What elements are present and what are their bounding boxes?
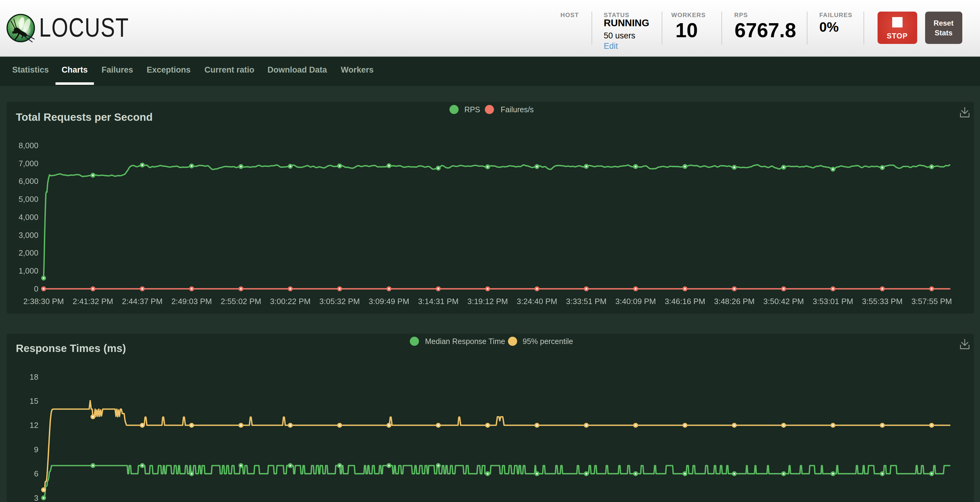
svg-text:2:49:03 PM: 2:49:03 PM — [171, 297, 212, 306]
svg-text:3:46:16 PM: 3:46:16 PM — [664, 297, 705, 306]
svg-text:12: 12 — [29, 421, 38, 430]
svg-text:9: 9 — [34, 445, 38, 454]
svg-text:3:55:33 PM: 3:55:33 PM — [862, 297, 902, 306]
svg-text:1,000: 1,000 — [18, 266, 38, 276]
svg-text:3:14:31 PM: 3:14:31 PM — [418, 297, 458, 306]
svg-text:3:40:09 PM: 3:40:09 PM — [615, 297, 655, 306]
svg-text:5,000: 5,000 — [18, 194, 38, 204]
svg-text:2:38:30 PM: 2:38:30 PM — [23, 297, 64, 306]
svg-text:0: 0 — [34, 284, 38, 293]
svg-text:3:57:55 PM: 3:57:55 PM — [911, 297, 951, 306]
svg-text:3:09:49 PM: 3:09:49 PM — [368, 297, 409, 306]
svg-text:3:19:12 PM: 3:19:12 PM — [467, 297, 508, 306]
svg-text:3:05:32 PM: 3:05:32 PM — [319, 297, 360, 306]
svg-text:2:41:32 PM: 2:41:32 PM — [72, 297, 113, 306]
svg-text:15: 15 — [29, 397, 38, 406]
svg-text:3:24:40 PM: 3:24:40 PM — [517, 297, 557, 306]
svg-text:8,000: 8,000 — [18, 141, 38, 150]
svg-text:3:48:26 PM: 3:48:26 PM — [714, 297, 754, 306]
svg-text:18: 18 — [29, 372, 38, 381]
svg-text:3,000: 3,000 — [18, 231, 38, 240]
svg-text:7,000: 7,000 — [18, 159, 38, 168]
svg-text:3:50:42 PM: 3:50:42 PM — [763, 297, 804, 306]
svg-text:3:00:22 PM: 3:00:22 PM — [270, 297, 310, 306]
svg-text:6,000: 6,000 — [18, 177, 38, 186]
svg-text:3:33:51 PM: 3:33:51 PM — [566, 297, 606, 306]
svg-text:2:44:37 PM: 2:44:37 PM — [122, 297, 162, 306]
svg-text:3: 3 — [34, 494, 38, 502]
svg-text:2:55:02 PM: 2:55:02 PM — [220, 297, 261, 306]
svg-text:3:53:01 PM: 3:53:01 PM — [812, 297, 853, 306]
svg-text:6: 6 — [34, 469, 38, 478]
svg-text:4,000: 4,000 — [18, 213, 38, 222]
svg-text:2,000: 2,000 — [18, 248, 38, 257]
